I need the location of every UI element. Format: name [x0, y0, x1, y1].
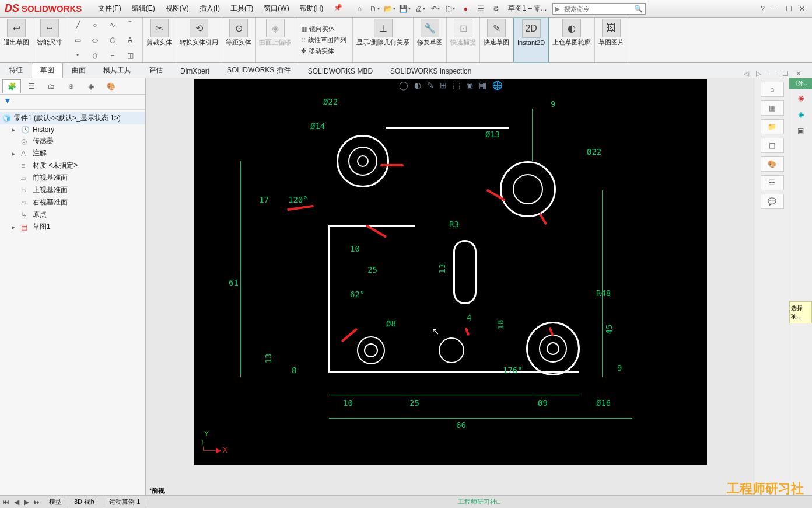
move-button[interactable]: ✥移动实体 — [301, 46, 334, 57]
close-icon[interactable]: ✕ — [799, 5, 805, 13]
vp-max-icon[interactable]: ☐ — [782, 69, 789, 78]
plane-tool-icon[interactable]: ◫ — [123, 49, 138, 62]
line-entity[interactable] — [328, 225, 330, 373]
view-tool-icon[interactable]: 🌐 — [492, 81, 502, 90]
dimension[interactable]: 25 — [410, 398, 419, 408]
rect-tool-icon[interactable]: ▭ — [70, 34, 85, 47]
dimension[interactable]: R48 — [596, 288, 611, 298]
offset-button[interactable]: ⊙ 等距实体 — [222, 18, 256, 62]
dimension[interactable]: 10 — [350, 244, 360, 253]
appearance-tab-icon[interactable]: 🎨 — [102, 79, 120, 93]
tab-nav-last-icon[interactable]: ⏭ — [32, 498, 43, 506]
side-box-icon[interactable]: ▣ — [793, 124, 809, 138]
menu-help[interactable]: 帮助(H) — [300, 4, 324, 13]
smart-dimension-button[interactable]: ↔ 智能尺寸 — [33, 18, 66, 62]
dimension[interactable]: 62° — [350, 290, 365, 299]
circle-tool-icon[interactable]: ○ — [88, 19, 103, 32]
menu-edit[interactable]: 编辑(E) — [132, 4, 155, 13]
tree-history[interactable]: ▸🕓History — [0, 124, 145, 135]
tree-sensors[interactable]: ◎传感器 — [0, 135, 145, 147]
dimension[interactable]: Ø22 — [323, 97, 338, 106]
tab-features[interactable]: 特征 — [0, 62, 32, 78]
line-entity[interactable] — [328, 371, 579, 373]
search-glass-icon[interactable]: 🔍 — [632, 5, 645, 13]
dimension[interactable]: 9 — [617, 363, 622, 373]
view-palette-icon[interactable]: ◫ — [761, 138, 784, 153]
dimxpert-tab-icon[interactable]: ⊕ — [62, 79, 80, 93]
dimension[interactable]: 176° — [503, 366, 523, 375]
view-tool-icon[interactable]: ⊞ — [440, 81, 447, 90]
side-cyan-icon[interactable]: ◉ — [793, 107, 809, 121]
side-panel-header[interactable]: 《外... — [789, 78, 812, 89]
config-tab-icon[interactable]: 🗂 — [42, 79, 61, 93]
tab-evaluate[interactable]: 评估 — [140, 62, 172, 78]
tab-surfaces[interactable]: 曲面 — [63, 62, 94, 78]
tree-sketch1[interactable]: ▸▤草图1 — [0, 221, 145, 233]
print-icon[interactable]: 🖨 — [414, 2, 426, 15]
circle-entity[interactable] — [547, 342, 559, 355]
home-icon[interactable]: ⌂ — [353, 2, 366, 15]
tab-sketch[interactable]: 草图 — [32, 62, 63, 78]
dimension[interactable]: 17 — [259, 195, 269, 204]
rapid-sketch-button[interactable]: ✎ 快速草图 — [480, 18, 513, 62]
point-tool-icon[interactable]: • — [70, 49, 85, 62]
tree-material[interactable]: ≡材质 <未指定> — [0, 159, 145, 172]
resources-icon[interactable]: ⌂ — [761, 82, 784, 97]
dimension[interactable]: Ø16 — [596, 398, 611, 408]
linear-pattern-button[interactable]: ⁝⁝线性草图阵列 — [301, 34, 346, 46]
tree-root[interactable]: 🧊 零件1 (默认<<默认>_显示状态 1>) — [0, 112, 145, 124]
settings-icon[interactable]: ⚙ — [489, 2, 502, 15]
repair-button[interactable]: 🔧 修复草图 — [414, 18, 447, 62]
tab-dimxpert[interactable]: DimXpert — [172, 64, 218, 78]
undo-icon[interactable]: ↶ — [429, 2, 442, 15]
custom-props-icon[interactable]: ☲ — [761, 175, 784, 190]
tab-mold[interactable]: 模具工具 — [94, 62, 140, 78]
maximize-icon[interactable]: ☐ — [786, 5, 792, 13]
file-explorer-icon[interactable]: 📁 — [761, 119, 784, 134]
circle-entity[interactable] — [357, 155, 369, 167]
vp-min-icon[interactable]: — — [768, 69, 775, 78]
dimension[interactable]: Ø9 — [538, 398, 548, 408]
line-tool-icon[interactable]: ╱ — [70, 19, 85, 32]
minimize-icon[interactable]: — — [772, 5, 779, 13]
new-icon[interactable]: 🗋 — [368, 2, 381, 15]
tree-top-plane[interactable]: ▱上视基准面 — [0, 184, 145, 196]
circle-entity[interactable] — [364, 343, 378, 357]
pin-icon[interactable]: 📌 — [334, 4, 342, 13]
bottom-tab-model[interactable]: 模型 — [43, 496, 68, 507]
dimension[interactable]: 18 — [496, 320, 505, 330]
mirror-button[interactable]: ▥镜向实体 — [301, 23, 335, 34]
vp-next-icon[interactable]: ▷ — [756, 69, 761, 78]
polygon-tool-icon[interactable]: ⬡ — [105, 34, 120, 47]
convert-button[interactable]: ⟲ 转换实体引用 — [176, 18, 222, 62]
dimension[interactable]: 61 — [229, 278, 239, 287]
text-tool-icon[interactable]: A — [123, 34, 138, 47]
dimension[interactable]: Ø13 — [485, 130, 500, 139]
save-icon[interactable]: 💾 — [398, 2, 411, 15]
display-tab-icon[interactable]: ◉ — [82, 79, 100, 93]
search-command[interactable]: ▶ 🔍 — [552, 3, 646, 15]
view-tool-icon[interactable]: ◐ — [414, 81, 421, 90]
select-icon[interactable]: ⬚ — [444, 2, 457, 15]
dimension[interactable]: 66 — [456, 420, 466, 430]
picture-button[interactable]: 🖼 草图图片 — [595, 18, 628, 62]
tree-annotations[interactable]: ▸A注解 — [0, 147, 145, 159]
appearances-icon[interactable]: 🎨 — [761, 156, 784, 172]
vp-prev-icon[interactable]: ◁ — [744, 69, 749, 78]
view-tool-icon[interactable]: ▦ — [479, 81, 487, 90]
tab-nav-prev-icon[interactable]: ◀ — [12, 498, 22, 506]
options-icon[interactable]: ☰ — [474, 2, 487, 15]
relations-button[interactable]: ⊥ 显示/删除几何关系 — [353, 18, 414, 62]
menu-view[interactable]: 视图(V) — [166, 4, 189, 13]
side-red-icon[interactable]: ◉ — [793, 91, 809, 105]
tab-nav-next-icon[interactable]: ▶ — [22, 498, 32, 506]
dimension[interactable]: 13 — [264, 354, 273, 364]
tree-filter[interactable]: ▼ — [0, 95, 145, 110]
sketch-canvas[interactable]: ◯◐ ✎⊞ ⬚◉ ▦🌐 — [194, 79, 707, 465]
shaded-button[interactable]: ◐ 上色草图轮廓 — [549, 18, 595, 62]
selection-label[interactable]: 选择项... — [789, 301, 812, 323]
forum-icon[interactable]: 💬 — [761, 194, 784, 209]
tab-inspection[interactable]: SOLIDWORKS Inspection — [382, 64, 480, 78]
circle-entity[interactable] — [513, 174, 543, 204]
exit-sketch-button[interactable]: ↩ 退出草图 — [0, 18, 33, 62]
